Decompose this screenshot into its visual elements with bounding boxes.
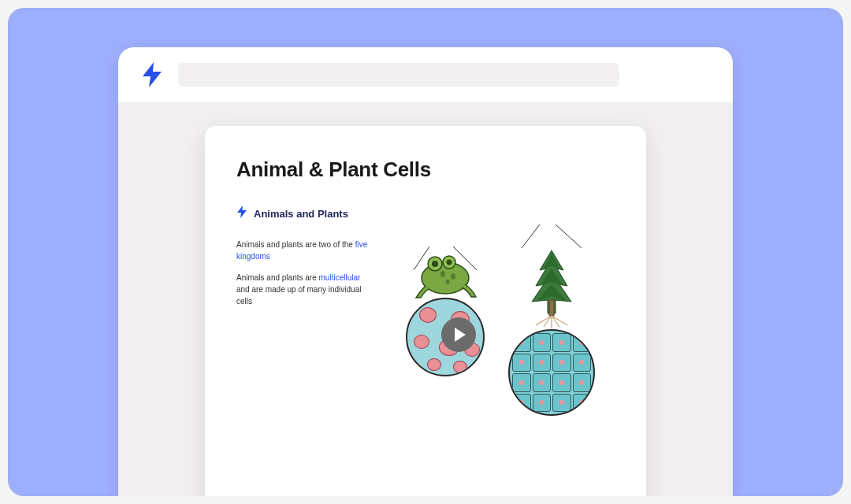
illustration-column [386, 239, 615, 416]
svg-point-8 [451, 273, 455, 280]
svg-point-7 [440, 271, 445, 277]
browser-header [118, 47, 733, 102]
plant-organism [508, 246, 595, 416]
svg-marker-1 [237, 206, 247, 218]
frog-icon [410, 246, 481, 302]
play-button[interactable] [441, 317, 476, 352]
text: Animals and plants are [236, 273, 319, 282]
url-bar[interactable] [178, 63, 619, 87]
svg-marker-0 [143, 62, 162, 87]
svg-point-9 [446, 280, 450, 284]
content-row: Animals and plants are two of the five k… [236, 239, 615, 416]
svg-line-17 [522, 224, 540, 248]
zoom-lines-icon [512, 224, 591, 248]
text: and are made up of many individual cells [236, 285, 361, 306]
subsection-title: Animals and Plants [254, 208, 348, 220]
plant-cells-magnified [508, 329, 595, 416]
lightning-bolt-icon [236, 206, 247, 221]
link-multicellular[interactable]: multicellular [319, 273, 361, 282]
animal-organism [406, 246, 485, 376]
card-title: Animal & Plant Cells [236, 158, 615, 182]
pine-tree-icon [516, 246, 587, 333]
svg-rect-16 [549, 300, 554, 316]
svg-line-18 [556, 224, 582, 248]
lesson-card: Animal & Plant Cells Animals and Plants … [205, 126, 646, 496]
outer-frame: Animal & Plant Cells Animals and Plants … [8, 8, 843, 496]
browser-window: Animal & Plant Cells Animals and Plants … [118, 47, 733, 496]
subsection-header: Animals and Plants [236, 206, 615, 221]
paragraph-1: Animals and plants are two of the five k… [236, 239, 370, 262]
lightning-bolt-icon [142, 62, 162, 87]
text: Animals and plants are two of the [236, 240, 355, 249]
content-area: Animal & Plant Cells Animals and Plants … [118, 102, 733, 496]
paragraph-2: Animals and plants are multicellular and… [236, 272, 370, 307]
text-column: Animals and plants are two of the five k… [236, 239, 370, 416]
svg-point-6 [447, 260, 452, 265]
svg-point-4 [432, 261, 438, 267]
